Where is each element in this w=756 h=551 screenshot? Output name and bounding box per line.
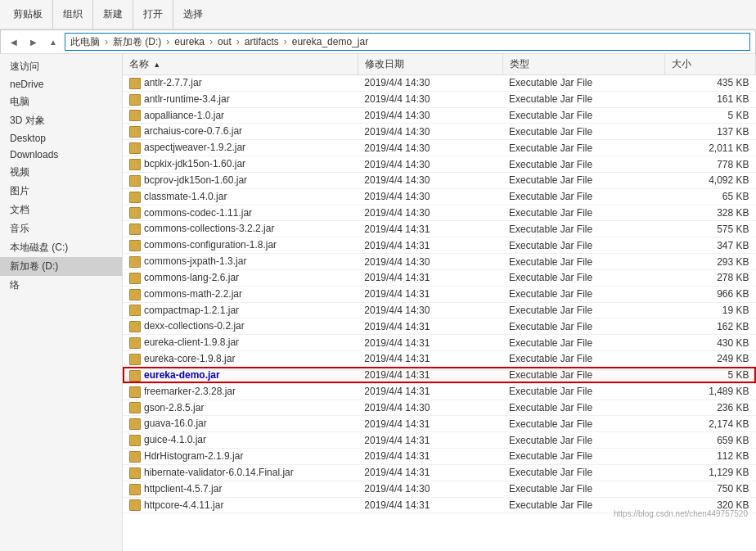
- file-name: commons-lang-2.6.jar: [144, 272, 239, 283]
- table-header-row: 名称 ▲ 修改日期 类型 大小: [123, 54, 756, 75]
- file-type-cell: Executable Jar File: [502, 449, 665, 465]
- table-row[interactable]: commons-configuration-1.8.jar2019/4/4 14…: [123, 237, 756, 254]
- table-row[interactable]: antlr-2.7.7.jar2019/4/4 14:30Executable …: [123, 75, 756, 92]
- file-name: guava-16.0.jar: [144, 418, 207, 429]
- table-row[interactable]: guice-4.1.0.jar2019/4/4 14:31Executable …: [123, 432, 756, 449]
- toolbar-group-new: 新建: [93, 0, 133, 29]
- table-row[interactable]: commons-collections-3.2.2.jar2019/4/4 14…: [123, 221, 756, 237]
- file-size-cell: 5 KB: [665, 367, 756, 383]
- jar-file-icon: [129, 386, 141, 398]
- header-size[interactable]: 大小: [665, 54, 756, 75]
- sidebar-item-network[interactable]: 络: [0, 276, 122, 295]
- table-row[interactable]: bcprov-jdk15on-1.60.jar2019/4/4 14:30Exe…: [123, 172, 756, 188]
- file-type-cell: Executable Jar File: [502, 91, 665, 107]
- file-type-cell: Executable Jar File: [502, 464, 665, 481]
- table-row[interactable]: antlr-runtime-3.4.jar2019/4/4 14:30Execu…: [123, 91, 756, 107]
- jar-file-icon: [129, 337, 141, 349]
- file-name-cell: guava-16.0.jar: [123, 416, 358, 432]
- table-row[interactable]: freemarker-2.3.28.jar2019/4/4 14:31Execu…: [123, 383, 756, 400]
- file-date-cell: 2019/4/4 14:31: [358, 464, 502, 481]
- file-type-cell: Executable Jar File: [502, 75, 665, 92]
- table-row[interactable]: commons-codec-1.11.jar2019/4/4 14:30Exec…: [123, 205, 756, 221]
- table-row[interactable]: compactmap-1.2.1.jar2019/4/4 14:30Execut…: [123, 302, 756, 318]
- toolbar-group-open: 打开: [133, 0, 173, 29]
- sidebar-item-onedrive[interactable]: neDrive: [0, 76, 122, 93]
- forward-button[interactable]: ▶: [25, 34, 42, 50]
- file-name-cell: compactmap-1.2.1.jar: [123, 302, 358, 318]
- sidebar-item-cdrive[interactable]: 本地磁盘 (C:): [0, 238, 122, 257]
- sidebar-item-videos[interactable]: 视频: [0, 163, 122, 182]
- file-type-cell: Executable Jar File: [502, 335, 665, 351]
- jar-file-icon: [129, 110, 141, 121]
- path-segment-2: eureka: [174, 36, 205, 47]
- table-row[interactable]: guava-16.0.jar2019/4/4 14:31Executable J…: [123, 416, 756, 432]
- file-size-cell: 4,092 KB: [665, 172, 756, 188]
- table-row[interactable]: httpclient-4.5.7.jar2019/4/4 14:30Execut…: [123, 481, 756, 497]
- file-date-cell: 2019/4/4 14:31: [358, 367, 502, 383]
- file-size-cell: 112 KB: [665, 449, 756, 465]
- table-row[interactable]: httpcore-4.4.11.jar2019/4/4 14:31Executa…: [123, 497, 756, 513]
- file-type-cell: Executable Jar File: [502, 254, 665, 270]
- header-name[interactable]: 名称 ▲: [123, 54, 358, 75]
- file-type-cell: Executable Jar File: [502, 140, 665, 156]
- sidebar-item-quickaccess[interactable]: 速访问: [0, 57, 122, 76]
- file-type-cell: Executable Jar File: [502, 107, 665, 124]
- table-row[interactable]: eureka-core-1.9.8.jar2019/4/4 14:31Execu…: [123, 351, 756, 368]
- toolbar-group-select: 选择: [173, 0, 213, 29]
- sidebar-item-thispc[interactable]: 电脑: [0, 93, 122, 111]
- table-row[interactable]: commons-math-2.2.jar2019/4/4 14:31Execut…: [123, 286, 756, 302]
- sidebar-item-documents[interactable]: 文档: [0, 201, 122, 219]
- main-layout: 速访问 neDrive 电脑 3D 对象 Desktop Downloads 视…: [0, 54, 756, 551]
- file-name: classmate-1.4.0.jar: [144, 191, 227, 202]
- sidebar-item-music[interactable]: 音乐: [0, 219, 122, 238]
- file-type-cell: Executable Jar File: [502, 172, 665, 188]
- sidebar-item-downloads[interactable]: Downloads: [0, 147, 122, 163]
- table-row[interactable]: classmate-1.4.0.jar2019/4/4 14:30Executa…: [123, 188, 756, 205]
- file-size-cell: 778 KB: [665, 156, 756, 173]
- back-button[interactable]: ◀: [6, 34, 22, 50]
- table-row[interactable]: eureka-client-1.9.8.jar2019/4/4 14:31Exe…: [123, 335, 756, 351]
- file-size-cell: 1,129 KB: [665, 464, 756, 481]
- table-row[interactable]: commons-jxpath-1.3.jar2019/4/4 14:30Exec…: [123, 254, 756, 270]
- table-row[interactable]: dexx-collections-0.2.jar2019/4/4 14:31Ex…: [123, 318, 756, 335]
- jar-file-icon: [129, 256, 141, 268]
- header-type[interactable]: 类型: [502, 54, 665, 75]
- table-row[interactable]: eureka-demo.jar2019/4/4 14:31Executable …: [123, 367, 756, 383]
- file-name-cell: bcprov-jdk15on-1.60.jar: [123, 172, 358, 188]
- file-date-cell: 2019/4/4 14:30: [358, 107, 502, 124]
- table-row[interactable]: HdrHistogram-2.1.9.jar2019/4/4 14:31Exec…: [123, 449, 756, 465]
- sidebar-item-3dobjects[interactable]: 3D 对象: [0, 111, 122, 130]
- file-size-cell: 5 KB: [665, 107, 756, 124]
- file-name: antlr-2.7.7.jar: [144, 77, 202, 88]
- table-row[interactable]: aopalliance-1.0.jar2019/4/4 14:30Executa…: [123, 107, 756, 124]
- file-name-cell: eureka-core-1.9.8.jar: [123, 351, 358, 368]
- file-date-cell: 2019/4/4 14:31: [358, 432, 502, 449]
- file-type-cell: Executable Jar File: [502, 383, 665, 400]
- sort-arrow-name: ▲: [153, 61, 160, 69]
- table-row[interactable]: commons-lang-2.6.jar2019/4/4 14:31Execut…: [123, 269, 756, 286]
- file-name-cell: antlr-2.7.7.jar: [123, 75, 358, 92]
- file-size-cell: 293 KB: [665, 254, 756, 270]
- table-row[interactable]: bcpkix-jdk15on-1.60.jar2019/4/4 14:30Exe…: [123, 156, 756, 173]
- sidebar-item-desktop[interactable]: Desktop: [0, 130, 122, 147]
- table-row[interactable]: hibernate-validator-6.0.14.Final.jar2019…: [123, 464, 756, 481]
- sidebar-item-ddrive[interactable]: 新加卷 (D:): [0, 257, 122, 276]
- sidebar-item-pictures[interactable]: 图片: [0, 182, 122, 201]
- file-name: commons-codec-1.11.jar: [144, 207, 252, 219]
- address-path[interactable]: 此电脑 › 新加卷 (D:) › eureka › out › artifact…: [65, 33, 750, 51]
- file-date-cell: 2019/4/4 14:30: [358, 481, 502, 497]
- table-row[interactable]: gson-2.8.5.jar2019/4/4 14:30Executable J…: [123, 400, 756, 416]
- file-date-cell: 2019/4/4 14:31: [358, 221, 502, 237]
- file-date-cell: 2019/4/4 14:30: [358, 156, 502, 173]
- table-row[interactable]: archaius-core-0.7.6.jar2019/4/4 14:30Exe…: [123, 124, 756, 140]
- toolbar-open-label: 打开: [143, 7, 163, 21]
- file-name-cell: commons-configuration-1.8.jar: [123, 237, 358, 254]
- table-row[interactable]: aspectjweaver-1.9.2.jar2019/4/4 14:30Exe…: [123, 140, 756, 156]
- file-name-cell: classmate-1.4.0.jar: [123, 188, 358, 205]
- file-name-cell: guice-4.1.0.jar: [123, 432, 358, 449]
- file-name-cell: aopalliance-1.0.jar: [123, 107, 358, 124]
- up-button[interactable]: ▲: [45, 34, 61, 50]
- header-date[interactable]: 修改日期: [358, 54, 502, 75]
- file-size-cell: 2,011 KB: [665, 140, 756, 156]
- file-name-cell: httpclient-4.5.7.jar: [123, 481, 358, 497]
